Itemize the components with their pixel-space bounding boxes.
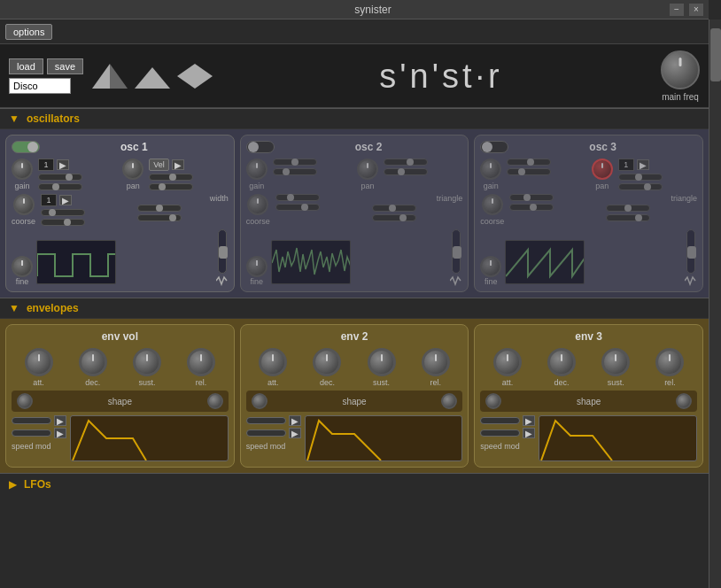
env3-speedmod-arrow2[interactable]: ▶ [523, 428, 535, 438]
oscillators-arrow-icon[interactable]: ▼ [9, 112, 19, 125]
osc1-gain-slider2[interactable] [38, 183, 82, 190]
env2-sust-knob[interactable] [368, 348, 396, 376]
osc3-num-up[interactable]: ▶ [637, 159, 649, 170]
osc3-coarse-knob[interactable] [482, 194, 503, 215]
osc1-fine-knob[interactable] [12, 256, 33, 277]
osc2-wave-icon[interactable] [450, 275, 462, 286]
osc3-waveform [505, 240, 585, 284]
osc2-gain-knob[interactable] [246, 159, 267, 180]
env2-speedmod-arrow1[interactable]: ▶ [289, 415, 301, 426]
osc3-tri-slider2[interactable] [606, 214, 650, 221]
env3-speedmod-slider1[interactable] [480, 417, 520, 424]
scrollbar-thumb[interactable] [710, 28, 721, 81]
options-button[interactable]: options [5, 24, 52, 40]
env2-dec-knob[interactable] [313, 348, 341, 376]
osc1-width-slider2[interactable] [137, 214, 182, 221]
main-freq-knob[interactable] [661, 50, 700, 89]
osc1-vel-btn[interactable]: Vel [149, 159, 169, 171]
env3-speed-mod-area: ▶ ▶ speed mod [480, 415, 535, 461]
osc3-gain-knob[interactable] [480, 159, 501, 180]
osc1-coarse-knob[interactable] [13, 194, 35, 215]
osc3-fine-knob[interactable] [480, 256, 501, 277]
osc2-coarse-slider2[interactable] [275, 204, 320, 211]
env3-dec-knob[interactable] [547, 348, 576, 376]
env1-shape-knob-right[interactable] [207, 393, 223, 409]
osc1-coarse-slider[interactable] [41, 209, 85, 216]
osc3-pan-knob[interactable] [592, 159, 613, 180]
osc3-tri-slider[interactable] [606, 205, 650, 212]
env2-speedmod-arrow2[interactable]: ▶ [289, 428, 301, 438]
osc1-gain-knob[interactable] [12, 159, 33, 180]
wave-shape-3[interactable] [177, 64, 213, 89]
env1-speedmod-slider2[interactable] [12, 429, 51, 437]
osc2-coarse-knob[interactable] [247, 194, 268, 215]
env3-rel-knob[interactable] [655, 348, 684, 376]
env1-dec-label: dec. [85, 378, 100, 387]
osc1-vslider[interactable] [218, 229, 227, 274]
osc2-toggle[interactable] [246, 141, 275, 153]
osc2-coarse-slider[interactable] [275, 194, 320, 201]
osc3-coarse-slider2[interactable] [509, 204, 554, 211]
minimize-button[interactable]: − [670, 4, 684, 16]
osc1-toggle[interactable] [12, 141, 40, 153]
env1-speedmod-arrow2[interactable]: ▶ [54, 428, 66, 438]
osc1-width-slider[interactable] [137, 205, 182, 212]
wave-shape-2[interactable] [135, 64, 170, 89]
env3-speedmod-arrow1[interactable]: ▶ [523, 415, 535, 426]
scrollbar[interactable] [709, 19, 721, 588]
osc3-toggle[interactable] [480, 141, 508, 153]
env2-speedmod-slider1[interactable] [246, 417, 286, 424]
osc2-vslider[interactable] [452, 229, 461, 274]
svg-marker-0 [92, 64, 110, 89]
osc3-pan-slider2[interactable] [618, 183, 663, 190]
osc3-gain-slider[interactable] [507, 159, 551, 166]
osc3-vslider[interactable] [686, 229, 695, 274]
osc2-tri-slider[interactable] [372, 205, 416, 212]
osc2-fine-knob[interactable] [246, 256, 267, 277]
osc1-coarse-slider2[interactable] [41, 219, 85, 226]
env3-att-knob[interactable] [493, 348, 522, 376]
env1-sust-knob[interactable] [133, 348, 161, 376]
osc1-pan-slider[interactable] [149, 174, 193, 181]
env3-sust-knob[interactable] [601, 348, 630, 376]
env1-shape-knob-left[interactable] [17, 393, 33, 409]
env2-rel-knob[interactable] [422, 348, 450, 376]
preset-input[interactable] [9, 78, 71, 94]
osc1-vel-up[interactable]: ▶ [172, 159, 184, 170]
env2-shape-knob-left[interactable] [252, 393, 267, 409]
wave-shape-1[interactable] [92, 64, 128, 89]
env3-speedmod-slider2[interactable] [480, 429, 520, 437]
osc1-gain-slider[interactable] [38, 174, 82, 181]
save-button[interactable]: save [47, 58, 83, 74]
env2-shape-label: shape [267, 397, 442, 406]
osc3-coarse-slider[interactable] [509, 194, 554, 201]
osc2-pan-slider[interactable] [384, 159, 428, 166]
osc1-pan-knob[interactable] [122, 159, 143, 180]
osc2-gain-slider[interactable] [273, 159, 317, 166]
env1-speedmod-arrow1[interactable]: ▶ [54, 415, 66, 426]
osc1-pan-slider2[interactable] [149, 183, 193, 190]
osc2-gain-slider2[interactable] [273, 168, 317, 175]
osc2-pan-knob[interactable] [357, 159, 378, 180]
close-button[interactable]: × [689, 4, 703, 16]
lfos-arrow-icon[interactable]: ▶ [9, 478, 17, 491]
osc3-pan-slider[interactable] [618, 174, 663, 181]
load-button[interactable]: load [9, 58, 43, 74]
env2-speedmod-slider2[interactable] [246, 429, 286, 437]
env3-shape-knob-right[interactable] [676, 393, 692, 409]
osc3-gain-slider2[interactable] [507, 168, 551, 175]
env2-att-knob[interactable] [259, 348, 287, 376]
osc1-coarse-up[interactable]: ▶ [59, 195, 72, 205]
env1-speedmod-slider1[interactable] [12, 417, 51, 424]
env3-shape-knob-left[interactable] [485, 393, 501, 409]
osc3-wave-icon[interactable] [685, 275, 697, 286]
envelopes-arrow-icon[interactable]: ▼ [9, 302, 19, 314]
env1-rel-knob[interactable] [187, 348, 215, 376]
osc1-wave-icon[interactable] [216, 275, 229, 286]
env1-dec-knob[interactable] [79, 348, 107, 376]
env1-att-knob[interactable] [25, 348, 53, 376]
osc2-pan-slider2[interactable] [384, 168, 428, 175]
osc2-tri-slider2[interactable] [372, 214, 416, 221]
osc1-num-up[interactable]: ▶ [57, 159, 69, 170]
env2-shape-knob-right[interactable] [441, 393, 457, 409]
